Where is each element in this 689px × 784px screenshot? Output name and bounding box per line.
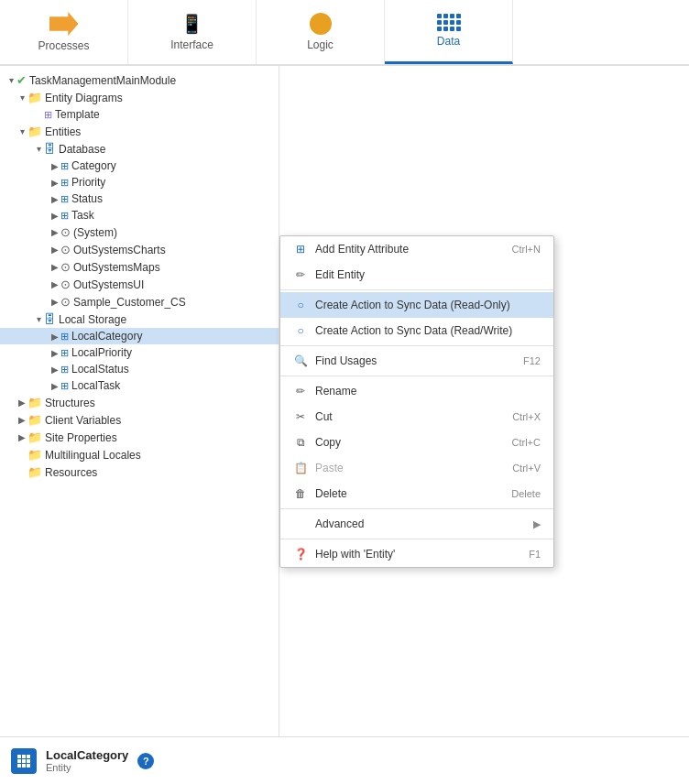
paste-shortcut: Ctrl+V [512,463,541,474]
tree-item-local-task[interactable]: ▶ ⊞ LocalTask [0,377,279,394]
status-label: Status [71,192,103,205]
tree-item-local-storage[interactable]: ▾ 🗄 Local Storage [0,310,279,328]
tree-item-outsystems-charts[interactable]: ▶ ⊙ OutSystemsCharts [0,241,279,258]
tree-item-local-category[interactable]: ▶ ⊞ LocalCategory [0,328,279,344]
ctx-sep-5 [280,539,553,539]
ctx-rename[interactable]: ✏ Rename [280,378,553,404]
template-label: Template [55,108,100,121]
tab-logic[interactable]: Logic [257,0,385,64]
status-help-button[interactable]: ? [137,753,154,769]
tree-item-status[interactable]: ▶ ⊞ Status [0,191,279,207]
local-priority-label: LocalPriority [71,346,132,359]
sync-readonly-icon: ○ [293,299,308,311]
local-task-arrow: ▶ [49,381,60,391]
local-category-icon: ⊞ [60,331,69,343]
edit-entity-icon: ✏ [293,268,308,281]
data-label: Data [437,35,460,48]
tree-root-item[interactable]: ▾ ✔ TaskManagementMainModule [0,71,279,89]
ctx-sync-readonly[interactable]: ○ Create Action to Sync Data (Read-Only) [280,292,553,318]
ctx-sep-3 [280,376,553,376]
maps-arrow: ▶ [49,262,60,272]
tree-item-system[interactable]: ▶ ⊙ (System) [0,223,279,241]
ctx-help[interactable]: ❓ Help with 'Entity' F1 [280,541,553,567]
tree-item-local-status[interactable]: ▶ ⊞ LocalStatus [0,361,279,377]
entity-diagrams-label: Entity Diagrams [45,92,123,104]
delete-icon: 🗑 [293,487,308,500]
tree-item-database[interactable]: ▾ 🗄 Database [0,140,279,158]
local-storage-label: Local Storage [59,313,126,326]
sample-icon: ⊙ [60,295,71,309]
tree-item-priority[interactable]: ▶ ⊞ Priority [0,174,279,191]
ctx-sync-readwrite[interactable]: ○ Create Action to Sync Data (Read/Write… [280,318,553,343]
ctx-find-usages[interactable]: 🔍 Find Usages F12 [280,348,553,374]
client-vars-folder-icon: 📁 [27,413,42,427]
processes-icon [49,12,79,36]
maps-label: OutSystemsMaps [73,261,160,274]
structures-label: Structures [45,397,95,409]
priority-icon: ⊞ [60,177,69,189]
local-priority-icon: ⊞ [60,347,69,359]
ctx-add-entity-attr[interactable]: ⊞ Add Entity Attribute Ctrl+N [280,236,553,262]
ui-label: OutSystemsUI [73,278,144,291]
local-task-icon: ⊞ [60,380,69,392]
tree-item-resources[interactable]: 📁 Resources [0,463,279,481]
task-icon: ⊞ [60,210,69,222]
ctx-copy[interactable]: ⧉ Copy Ctrl+C [280,430,553,455]
tab-processes[interactable]: Processes [0,0,128,64]
root-check-icon: ✔ [16,73,27,87]
tab-data[interactable]: Data [385,0,513,64]
help-icon: ❓ [293,548,308,561]
data-icon [437,14,461,31]
template-icon: ⊞ [44,109,52,121]
tree-item-outsystems-maps[interactable]: ▶ ⊙ OutSystemsMaps [0,258,279,276]
status-help-label: ? [143,756,149,767]
add-entity-attr-shortcut: Ctrl+N [512,244,541,255]
ctx-delete[interactable]: 🗑 Delete Delete [280,481,553,506]
site-props-arrow: ▶ [16,432,27,442]
tab-interface[interactable]: 📱 Interface [128,0,257,64]
add-entity-attr-label: Add Entity Attribute [315,243,409,256]
tree-item-template[interactable]: ⊞ Template [0,106,279,123]
local-storage-icon: 🗄 [44,312,56,326]
ctx-paste: 📋 Paste Ctrl+V [280,455,553,481]
find-usages-icon: 🔍 [293,354,308,367]
tree-item-sample-customer[interactable]: ▶ ⊙ Sample_Customer_CS [0,293,279,310]
client-vars-label: Client Variables [45,414,121,427]
database-label: Database [59,143,105,156]
database-icon: 🗄 [44,142,56,156]
tree-item-multilingual[interactable]: 📁 Multilingual Locales [0,446,279,463]
category-label: Category [71,159,116,172]
priority-label: Priority [71,176,105,189]
entities-folder-icon: 📁 [27,125,42,138]
tree-item-task[interactable]: ▶ ⊞ Task [0,207,279,223]
tree-item-structures[interactable]: ▶ 📁 Structures [0,394,279,411]
main-content: ▾ ✔ TaskManagementMainModule ▾ 📁 Entity … [0,66,689,736]
find-usages-shortcut: F12 [523,355,541,366]
tree-item-entity-diagrams[interactable]: ▾ 📁 Entity Diagrams [0,89,279,106]
paste-icon: 📋 [293,462,308,474]
ctx-advanced[interactable]: Advanced ▶ [280,511,553,537]
local-priority-arrow: ▶ [49,348,60,358]
task-arrow: ▶ [49,211,60,221]
ui-icon: ⊙ [60,278,71,291]
resources-label: Resources [45,466,97,479]
tree-item-site-properties[interactable]: ▶ 📁 Site Properties [0,429,279,446]
multilingual-folder-icon: 📁 [27,448,42,462]
ctx-sep-4 [280,508,553,509]
tree-item-local-priority[interactable]: ▶ ⊞ LocalPriority [0,344,279,361]
tree-item-category[interactable]: ▶ ⊞ Category [0,158,279,174]
local-status-icon: ⊞ [60,364,69,376]
local-category-arrow: ▶ [49,332,60,342]
ctx-edit-entity[interactable]: ✏ Edit Entity [280,262,553,288]
tree-item-client-variables[interactable]: ▶ 📁 Client Variables [0,411,279,429]
status-entity-name: LocalCategory [46,748,128,762]
multilingual-label: Multilingual Locales [45,449,141,462]
ctx-cut[interactable]: ✂ Cut Ctrl+X [280,404,553,430]
rename-label: Rename [315,385,356,397]
sync-readwrite-icon: ○ [293,324,308,337]
entities-label: Entities [45,125,81,138]
tree-item-entities[interactable]: ▾ 📁 Entities [0,123,279,140]
tree-item-outsystems-ui[interactable]: ▶ ⊙ OutSystemsUI [0,276,279,293]
status-arrow: ▶ [49,194,60,204]
task-label: Task [71,209,94,222]
